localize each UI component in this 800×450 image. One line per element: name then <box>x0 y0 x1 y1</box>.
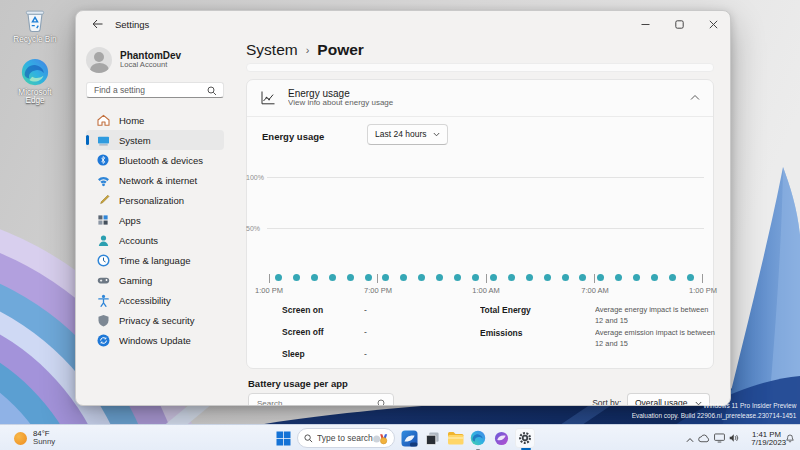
user-account[interactable]: PhantomDev Local Account <box>86 45 224 75</box>
chevron-up-icon <box>686 437 694 443</box>
minimize-button[interactable] <box>628 11 662 37</box>
search-icon <box>377 399 387 406</box>
chart-x-labels: 1:00 PM7:00 PM1:00 AM7:00 AM1:00 PM <box>269 285 703 295</box>
desktop-icon-microsoft-edge[interactable]: Microsoft Edge <box>4 57 66 108</box>
gear-icon <box>518 431 532 445</box>
maximize-button[interactable] <box>662 11 696 37</box>
search-highlight-icon <box>372 432 390 446</box>
copilot-preview-button[interactable] <box>400 429 418 447</box>
stat-emissions-value: Average emission impact is between 12 an… <box>595 328 716 349</box>
card-subtitle: View info about energy usage <box>288 99 393 107</box>
chart-x-label: 7:00 AM <box>581 286 609 294</box>
taskbar: 84°F Sunny Type to search <box>0 424 800 450</box>
tray-chevron-up[interactable] <box>686 429 694 447</box>
tray-time: 1:41 PM <box>751 430 781 438</box>
sidebar-item-accounts[interactable]: Accounts <box>86 230 224 250</box>
user-type: Local Account <box>120 61 167 69</box>
back-button[interactable] <box>88 19 106 29</box>
maximize-icon <box>675 20 684 29</box>
chevron-up-icon[interactable] <box>690 94 700 101</box>
stat-sleep-label: Sleep <box>282 349 305 358</box>
search-icon <box>304 434 313 443</box>
chart-x-label: 1:00 AM <box>472 286 500 294</box>
network-tray-icon[interactable] <box>714 429 725 447</box>
volume-tray-icon[interactable] <box>729 429 739 447</box>
start-button[interactable] <box>274 429 292 447</box>
breadcrumb: System › Power <box>246 41 364 59</box>
sidebar-item-apps[interactable]: Apps <box>86 210 224 230</box>
chart-x-label: 7:00 PM <box>364 286 392 294</box>
sidebar-item-windows-update[interactable]: Windows Update <box>86 330 224 350</box>
chart-icon <box>260 90 276 106</box>
sidebar-item-home[interactable]: Home <box>86 110 224 130</box>
taskbar-weather-widget[interactable]: 84°F Sunny <box>14 428 61 448</box>
stat-screen-on-value: - <box>364 305 367 314</box>
bluetooth-icon <box>96 154 110 167</box>
tray-clock[interactable]: 1:41 PM 7/19/2023 <box>751 430 781 446</box>
network-icon <box>96 174 110 187</box>
gridline-100: 100% <box>267 177 704 178</box>
file-explorer-button[interactable] <box>446 429 464 447</box>
sun-icon <box>14 432 27 445</box>
accounts-icon <box>96 234 110 247</box>
speaker-icon <box>729 433 739 443</box>
avatar <box>86 47 112 73</box>
battery-usage-title: Battery usage per app <box>248 378 348 388</box>
sidebar-item-time-language[interactable]: Time & language <box>86 250 224 270</box>
recycle-bin-icon <box>21 6 49 34</box>
sort-by-label: Sort by: <box>592 398 621 406</box>
desktop-icon-recycle-bin[interactable]: Recycle Bin <box>4 6 66 45</box>
breadcrumb-system[interactable]: System <box>246 41 298 59</box>
system-icon <box>96 134 110 147</box>
energy-usage-header[interactable]: Energy usage View info about energy usag… <box>247 80 713 117</box>
time-language-icon <box>96 254 110 267</box>
search-icon <box>207 86 217 96</box>
notification-bell[interactable] <box>785 429 795 447</box>
sidebar-item-accessibility[interactable]: Accessibility <box>86 290 224 310</box>
sidebar-item-bluetooth-devices[interactable]: Bluetooth & devices <box>86 150 224 170</box>
chart-x-label: 1:00 PM <box>689 286 717 294</box>
weather-condition: Sunny <box>33 438 55 446</box>
stat-total-energy-value: Average energy impact is between 12 and … <box>595 305 716 326</box>
back-arrow-icon <box>92 19 103 29</box>
sidebar-item-personalization[interactable]: Personalization <box>86 190 224 210</box>
sidebar-item-network-internet[interactable]: Network & internet <box>86 170 224 190</box>
edge-icon <box>470 430 486 446</box>
privacy-icon <box>96 314 110 327</box>
gaming-icon <box>96 274 110 287</box>
purple-swirl-icon <box>494 431 509 446</box>
previous-card-edge <box>246 63 714 72</box>
page-title: Power <box>317 41 364 59</box>
stat-emissions-label: Emissions <box>480 328 523 337</box>
breadcrumb-separator: › <box>306 44 310 56</box>
card-title: Energy usage <box>288 88 420 99</box>
cast-screen-icon <box>714 433 725 443</box>
tray-date: 7/19/2023 <box>751 438 781 446</box>
copilot-preview-icon <box>401 430 418 447</box>
stat-screen-on-label: Screen on <box>282 305 323 314</box>
copilot-app-button[interactable] <box>492 429 510 447</box>
settings-main: System › Power Energy usage View info ab… <box>234 37 730 405</box>
file-explorer-icon <box>447 431 464 446</box>
settings-search-input[interactable]: Find a setting <box>86 82 224 98</box>
bell-icon <box>785 432 795 443</box>
onedrive-tray-icon[interactable] <box>698 429 710 447</box>
task-view-button[interactable] <box>423 429 441 447</box>
edge-icon <box>20 57 50 87</box>
settings-window: Settings PhantomDev Local Account Find a… <box>75 10 731 406</box>
time-range-dropdown[interactable]: Last 24 hours <box>367 124 448 145</box>
close-button[interactable] <box>696 11 730 37</box>
sidebar-item-system[interactable]: System <box>86 130 224 150</box>
battery-search-input[interactable]: Search <box>248 393 394 406</box>
window-title: Settings <box>115 19 149 29</box>
sidebar-item-privacy-security[interactable]: Privacy & security <box>86 310 224 330</box>
settings-taskbar-button[interactable] <box>515 428 535 448</box>
apps-icon <box>96 214 110 227</box>
taskbar-search-input[interactable]: Type to search <box>297 428 395 448</box>
task-view-icon <box>425 431 440 446</box>
edge-taskbar-button[interactable] <box>469 429 487 447</box>
evaluation-watermark: Windows 11 Pro Insider Preview Evaluatio… <box>631 401 796 421</box>
cloud-icon <box>698 434 710 443</box>
sidebar-item-gaming[interactable]: Gaming <box>86 270 224 290</box>
energy-usage-label: Energy usage <box>262 131 324 141</box>
